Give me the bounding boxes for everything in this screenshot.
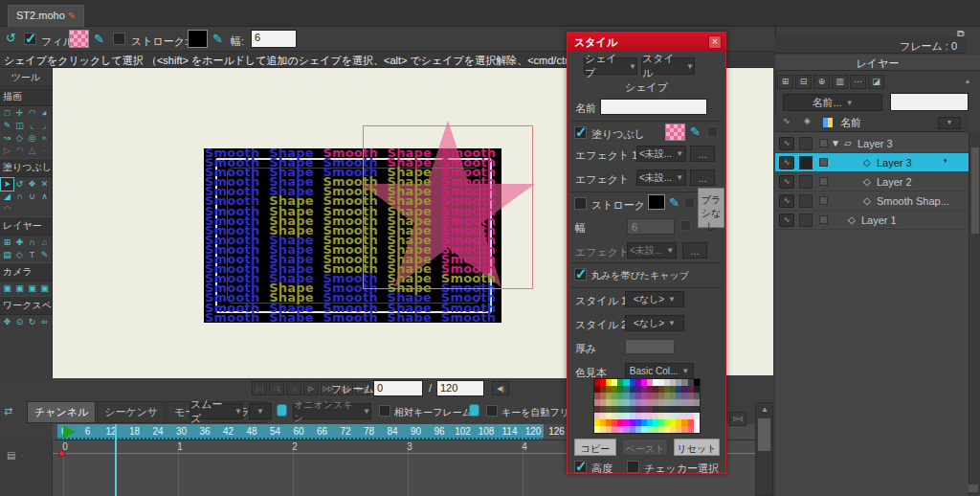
select-shape-tool-icon[interactable]: ↺ [6, 31, 16, 45]
freehand-icon[interactable]: ◕ [38, 107, 51, 120]
effect2-more-button[interactable]: ... [690, 169, 715, 186]
play-button[interactable]: ▷ [303, 381, 319, 395]
camera-zoom-icon[interactable]: ▣ [13, 282, 26, 295]
curvature-icon[interactable]: ◟ [26, 120, 38, 132]
stroke-exposure-icon[interactable]: ◠ [1, 203, 13, 215]
eyedropper-icon[interactable]: ✎ [38, 249, 51, 261]
translate-points-icon[interactable]: ✛ [13, 107, 26, 120]
animated-visibility-icon[interactable]: ∿ [779, 194, 794, 208]
animated-visibility-icon[interactable]: ∿ [779, 156, 794, 169]
jump-start-button[interactable]: |◁ [252, 381, 267, 395]
layer-row[interactable]: ∿◇Layer 1 [775, 211, 969, 230]
stroke-checkbox[interactable] [574, 197, 587, 210]
camera-roll-icon[interactable]: ▣ [26, 282, 38, 295]
brush-button[interactable]: ブラシなし [698, 188, 724, 228]
layer-rotate-icon[interactable]: ∩ [26, 237, 38, 249]
more-icon[interactable]: ⋯ [850, 75, 866, 89]
add-point-icon[interactable]: ◠ [26, 107, 38, 120]
fill-edit-pencil-icon[interactable]: ✎ [690, 124, 701, 139]
autofreeze-checkbox[interactable] [486, 405, 498, 417]
step-back-button[interactable]: ◁ [286, 381, 301, 395]
style1-dropdown[interactable]: <なし>▼ [625, 291, 684, 307]
fill-extra-box[interactable] [707, 126, 718, 137]
playhead-marker[interactable] [63, 425, 76, 439]
style2-dropdown[interactable]: <なし>▼ [625, 315, 684, 331]
palette-color-cell[interactable] [694, 393, 700, 399]
new-layer-icon[interactable]: ⊞ [777, 75, 793, 89]
expand-arrow-icon[interactable]: ▼ [831, 138, 840, 148]
delete-shape-icon[interactable]: ✕ [38, 178, 51, 191]
line-width-icon[interactable]: ∩ [13, 191, 26, 203]
keyframe-dot[interactable] [58, 450, 65, 457]
reset-button[interactable]: リセット [674, 439, 720, 456]
style-mode-dropdown[interactable]: スタイル▼ [641, 57, 695, 75]
column-options-button[interactable]: ▾ [938, 117, 961, 129]
effect3-dropdown[interactable]: <未設...▼ [627, 242, 677, 259]
selection-bounding-box[interactable] [363, 125, 533, 289]
fill-enabled-checkbox[interactable] [24, 33, 36, 45]
camera-track-icon[interactable]: ▣ [1, 282, 13, 295]
palette-color-cell[interactable] [694, 379, 700, 386]
text-tool-icon[interactable]: T [26, 249, 38, 261]
timeline-scrollbar[interactable]: ▲ [755, 402, 773, 496]
timeline-tab[interactable]: シーケンサ [97, 401, 166, 423]
layers-toolbar-collapse-icon[interactable]: ▴ [966, 77, 969, 85]
paste-button[interactable]: ペースト [622, 439, 668, 456]
palette-color-cell[interactable] [694, 406, 700, 413]
checker-select-checkbox[interactable] [627, 461, 639, 473]
scatter-brush-icon[interactable]: ≈ [38, 132, 51, 145]
layer-search-input[interactable] [890, 93, 969, 111]
noise-icon[interactable]: ↝ [1, 132, 13, 145]
shape-mode-dropdown[interactable]: シェイプ▼ [584, 57, 637, 75]
layer-color-box[interactable] [799, 175, 813, 189]
layer-color-box[interactable] [799, 214, 813, 227]
palette-color-cell[interactable] [694, 419, 700, 426]
layer-label-box[interactable] [819, 215, 828, 224]
draw-shape-icon[interactable]: ✎ [1, 120, 13, 132]
fill-color-swatch[interactable] [665, 124, 685, 141]
thickness-input[interactable] [625, 339, 675, 354]
keyframe-options-dropdown[interactable]: ▼ [249, 403, 272, 419]
delete-edge-icon[interactable]: ▷ [1, 145, 13, 157]
layer-row[interactable]: ∿◇Layer 2 [775, 172, 969, 192]
fill-color-swatch[interactable] [69, 30, 89, 48]
layer-label-box[interactable] [819, 158, 828, 167]
total-frames-input[interactable]: 120 [436, 380, 484, 396]
create-shape-icon[interactable]: ↺ [13, 178, 26, 191]
corner-resize-handle[interactable] [969, 485, 978, 492]
scroll-up-icon[interactable]: ▲ [761, 405, 768, 414]
layer-color-box[interactable] [799, 137, 813, 150]
animated-visibility-column-icon[interactable]: ∿ [783, 116, 791, 125]
timeline-scrollbar-thumb[interactable] [758, 418, 770, 451]
onion-skin-dropdown[interactable]: オニオンスキン▼ [293, 403, 371, 419]
zoom-icon[interactable]: ⊙ [13, 316, 26, 328]
loop-range-button[interactable]: ▷◁ [729, 412, 746, 426]
layer-label-box[interactable] [819, 177, 828, 186]
effect2-dropdown[interactable]: <未設...▼ [636, 169, 686, 186]
layer-row[interactable]: ∿▼▱Layer 3 [775, 134, 969, 153]
peak-icon[interactable]: ◠ [13, 145, 26, 157]
relative-pin-icon[interactable] [469, 404, 479, 417]
layer-filter-dropdown[interactable]: 名前...▼ [783, 94, 882, 111]
stroke-enabled-checkbox[interactable] [113, 33, 125, 45]
blob-brush-icon[interactable]: ◫ [13, 120, 26, 132]
layer-row[interactable]: ∿◇Layer 3▾ [775, 153, 969, 172]
group-layer-icon[interactable]: ⊕ [813, 75, 830, 89]
marker-pin-icon[interactable] [277, 404, 287, 417]
duplicate-layer-icon[interactable]: ⊟ [795, 75, 812, 89]
hide-edge-icon[interactable]: ∧ [38, 191, 51, 203]
reference-layer-icon[interactable]: ◪ [868, 75, 884, 89]
stroke-edit-pencil-icon[interactable]: ✎ [669, 195, 679, 210]
stroke-width-input[interactable]: 6 [251, 30, 297, 48]
layer-label-box[interactable] [819, 139, 828, 147]
current-frame-input[interactable]: 0 [373, 380, 423, 396]
fill-checkbox[interactable] [574, 126, 587, 139]
color-palette[interactable] [594, 379, 700, 433]
color-column-icon[interactable]: ◈ [804, 116, 811, 125]
layer-translate-icon[interactable]: ✚ [13, 237, 26, 249]
playhead-line[interactable] [115, 424, 117, 496]
timeline-tab[interactable]: チャンネル [27, 401, 96, 423]
rotate-workspace-icon[interactable]: ↻ [26, 316, 38, 328]
layer-color-box[interactable] [799, 156, 813, 169]
interpolation-dropdown[interactable]: スムーズ▼ [189, 403, 243, 419]
